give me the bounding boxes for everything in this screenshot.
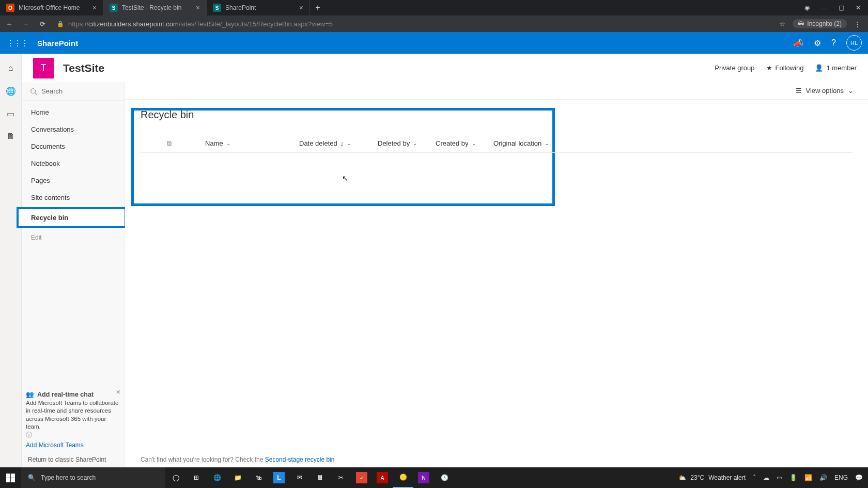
taskbar-app-snip[interactable]: ✂ — [331, 467, 351, 488]
forward-button[interactable]: → — [21, 20, 31, 28]
column-header-deleted-by[interactable]: Deleted by ⌄ — [378, 139, 419, 147]
tray-chevron-up-icon[interactable]: ˄ — [753, 474, 756, 481]
browser-address-bar: ← → ⟳ 🔒 https://citizenbuilders.sharepoi… — [0, 15, 868, 32]
nav-item-site-contents[interactable]: Site contents — [22, 189, 125, 206]
back-button[interactable]: ← — [4, 20, 14, 28]
taskbar-app-clock[interactable]: 🕓 — [434, 467, 455, 488]
task-view-button[interactable]: ◯ — [165, 467, 186, 488]
following-button[interactable]: ★ Following — [766, 64, 804, 72]
app-launcher-icon[interactable]: ⋮⋮⋮ — [6, 38, 28, 48]
home-icon[interactable]: ⌂ — [6, 63, 16, 73]
tray-battery-icon[interactable]: 🔋 — [789, 474, 797, 481]
chevron-down-icon: ⌄ — [413, 140, 417, 146]
site-left-nav: Search Home Conversations Documents Note… — [22, 82, 125, 467]
close-icon[interactable]: × — [116, 387, 120, 397]
nav-edit-link[interactable]: Edit — [22, 229, 125, 246]
taskbar-app-edge[interactable]: 🌐 — [207, 467, 227, 488]
url-input[interactable]: 🔒 https://citizenbuilders.sharepoint.com… — [54, 17, 773, 30]
avatar[interactable]: HL — [846, 35, 862, 51]
doc-type-icon: 🗎 — [166, 139, 173, 147]
taskbar-app-store[interactable]: 🛍 — [248, 467, 269, 488]
search-icon — [30, 88, 37, 95]
weather-icon: ⛅ — [678, 474, 686, 481]
nav-item-recycle-bin[interactable]: Recycle bin — [17, 207, 127, 228]
svg-line-1 — [35, 92, 37, 95]
megaphone-icon[interactable]: 📣 — [793, 38, 803, 48]
nav-item-home[interactable]: Home — [22, 104, 125, 121]
column-header-created-by[interactable]: Created by ⌄ — [436, 139, 477, 147]
taskbar-app-acrobat[interactable]: A — [372, 467, 393, 488]
reload-button[interactable]: ⟳ — [37, 20, 48, 28]
browser-tab-sharepoint[interactable]: S SharePoint × — [207, 0, 310, 15]
column-header-original-location[interactable]: Original location ⌄ — [493, 139, 566, 147]
nav-item-documents[interactable]: Documents — [22, 138, 125, 155]
search-icon: 🔍 — [28, 474, 36, 481]
info-icon[interactable]: ⓘ — [26, 432, 32, 438]
return-classic-link[interactable]: Return to classic SharePoint — [28, 456, 106, 463]
second-stage-link[interactable]: Second-stage recycle bin — [265, 456, 335, 463]
nav-item-conversations[interactable]: Conversations — [22, 121, 125, 138]
nav-item-notebook[interactable]: Notebook — [22, 155, 125, 172]
private-group-label: Private group — [715, 64, 754, 72]
column-header-name[interactable]: Name ⌄ — [205, 139, 283, 147]
tray-meet-icon[interactable]: ▭ — [777, 474, 782, 481]
window-controls: ◉ — ▢ ✕ — [797, 4, 868, 11]
tab-title: Microsoft Office Home — [19, 4, 88, 11]
teams-promo-card: × 👥 Add real-time chat Add Microsoft Tea… — [26, 390, 120, 450]
sharepoint-favicon: S — [213, 4, 221, 12]
browser-tab-office[interactable]: O Microsoft Office Home × — [0, 0, 103, 15]
windows-logo-icon — [6, 474, 15, 482]
help-icon[interactable]: ? — [831, 38, 836, 48]
new-tab-button[interactable]: + — [310, 0, 326, 15]
taskbar-app-mail[interactable]: ✉ — [289, 467, 310, 488]
news-icon[interactable]: ▭ — [6, 108, 16, 119]
taskbar-weather[interactable]: ⛅ 23°C Weather alert — [678, 474, 746, 481]
start-button[interactable] — [0, 467, 21, 488]
taskbar-app-onenote[interactable]: N — [413, 467, 434, 488]
second-stage-note: Can't find what you're looking for? Chec… — [141, 456, 334, 463]
gear-icon[interactable]: ⚙ — [814, 38, 821, 48]
browser-tab-testsite[interactable]: S TestSite - Recycle bin × — [103, 0, 207, 15]
close-window-button[interactable]: ✕ — [856, 4, 861, 11]
files-icon[interactable]: 🗎 — [6, 131, 16, 141]
list-icon: ☰ — [796, 87, 802, 95]
bookmark-icon[interactable]: ☆ — [779, 20, 785, 28]
tab-close-icon[interactable]: × — [196, 4, 200, 12]
taskbar-app-todoist[interactable]: ✓ — [351, 467, 372, 488]
tray-volume-icon[interactable]: 🔊 — [819, 474, 827, 481]
taskbar-app-chrome[interactable]: 🟡 — [393, 467, 413, 488]
globe-icon[interactable]: 🌐 — [6, 86, 16, 96]
chevron-down-icon: ⌄ — [472, 140, 476, 146]
minimize-button[interactable]: — — [821, 4, 827, 11]
chevron-down-icon: ⌄ — [848, 87, 854, 95]
url-text: https://citizenbuilders.sharepoint.com/s… — [68, 20, 333, 28]
chevron-down-icon: ⌄ — [226, 140, 230, 146]
column-header-date-deleted[interactable]: Date deleted ↓ ⌄ — [299, 139, 361, 147]
site-logo-tile[interactable]: T — [33, 58, 54, 78]
tab-close-icon[interactable]: × — [92, 4, 97, 12]
nav-item-pages[interactable]: Pages — [22, 172, 125, 189]
add-teams-link[interactable]: Add Microsoft Teams — [26, 441, 84, 449]
office-favicon: O — [6, 4, 14, 12]
view-options-button[interactable]: ☰ View options ⌄ — [796, 87, 854, 95]
suite-header: ⋮⋮⋮ SharePoint 📣 ⚙ ? HL — [0, 32, 868, 54]
browser-tabs: O Microsoft Office Home × S TestSite - R… — [0, 0, 326, 15]
browser-menu-button[interactable]: ⋮ — [854, 20, 861, 28]
page-title: Recycle bin — [141, 109, 853, 121]
members-button[interactable]: 👤 1 member — [815, 64, 857, 72]
tray-language[interactable]: ENG — [834, 474, 848, 481]
search-input[interactable]: Search — [22, 82, 125, 101]
suite-brand[interactable]: SharePoint — [37, 39, 78, 48]
incognito-badge[interactable]: 🕶 Incognito (2) — [793, 19, 847, 28]
taskbar-app-explorer[interactable]: 📁 — [227, 467, 248, 488]
taskbar-app-l[interactable]: L — [269, 467, 289, 488]
maximize-button[interactable]: ▢ — [839, 4, 844, 11]
taskbar-app-calculator[interactable]: 🖩 — [310, 467, 331, 488]
tray-onedrive-icon[interactable]: ☁ — [763, 474, 769, 481]
tray-notifications-icon[interactable]: 💬 — [855, 474, 863, 481]
taskbar-search[interactable]: 🔍 Type here to search — [21, 467, 165, 488]
tray-wifi-icon[interactable]: 📶 — [804, 474, 812, 481]
site-name[interactable]: TestSite — [63, 62, 104, 74]
tab-close-icon[interactable]: × — [299, 4, 303, 12]
cortana-button[interactable]: ⊞ — [186, 467, 207, 488]
